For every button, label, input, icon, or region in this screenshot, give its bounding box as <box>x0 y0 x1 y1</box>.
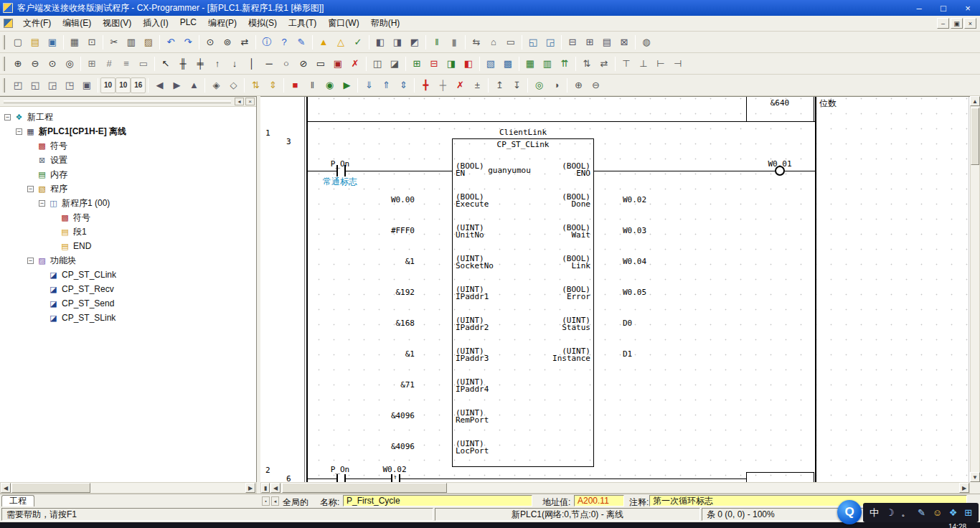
symbol-name-field[interactable]: P_First_Cycle <box>343 495 532 506</box>
fb-instance-icon[interactable]: ◪ <box>386 56 403 72</box>
tree-item-section-1[interactable]: ▤段1 <box>0 225 256 239</box>
insert-column-icon[interactable]: ◨ <box>443 56 460 72</box>
compile-icon[interactable]: ▲ <box>315 34 332 50</box>
menu-item-program[interactable]: 编程(P) <box>202 15 242 32</box>
ime-emoji-icon[interactable]: ☺ <box>933 508 942 517</box>
view-mnemonic-icon[interactable]: ◱ <box>27 77 44 93</box>
zoom-100-icon[interactable]: ◎ <box>61 56 78 72</box>
differential-up-icon[interactable]: ↥ <box>491 77 508 93</box>
zoom-in-icon[interactable]: ⊕ <box>9 56 27 72</box>
tree-item-program-1[interactable]: −◫新程序1 (00) <box>0 196 256 210</box>
force-on-icon[interactable]: ╋ <box>417 77 434 93</box>
new-file-icon[interactable]: ▢ <box>9 34 27 50</box>
symbol-address-field[interactable]: A200.11 <box>574 495 624 506</box>
print-preview-icon[interactable]: ⊡ <box>83 34 100 50</box>
zoom-out-secondary-icon[interactable]: ⊖ <box>587 77 604 93</box>
minimize-button[interactable]: – <box>907 0 931 16</box>
cascade-window-icon[interactable]: ◨ <box>389 34 406 50</box>
coil-open-icon[interactable]: ○ <box>278 56 295 72</box>
align-left-icon[interactable]: ⊢ <box>652 56 669 72</box>
program-mode-icon[interactable]: ■ <box>286 77 303 93</box>
go-previous-icon[interactable]: ◀ <box>151 77 168 93</box>
debug-mode-icon[interactable]: ‖ <box>303 77 321 93</box>
select-tool-icon[interactable]: ↖ <box>157 56 174 72</box>
hscroll-right-button[interactable]: ▶ <box>959 483 969 493</box>
tree-item-plc[interactable]: −▦新PLC1[CP1H-E] 离线 <box>0 124 256 138</box>
operand-value[interactable]: W0.00 <box>364 196 415 204</box>
options-icon[interactable]: ◍ <box>638 34 655 50</box>
hscroll-thumb[interactable] <box>282 483 447 493</box>
cut-icon[interactable]: ✂ <box>105 34 123 50</box>
operand-value[interactable]: D0 <box>623 319 632 328</box>
vertical-line-icon[interactable]: │ <box>243 56 260 72</box>
operand-value[interactable]: &192 <box>364 288 415 297</box>
view-symbols-icon[interactable]: ◲ <box>44 77 61 93</box>
tree-expander-icon[interactable]: − <box>27 258 34 264</box>
view-section-list-icon[interactable]: ◳ <box>61 77 78 93</box>
horizontal-line-icon[interactable]: ─ <box>260 56 278 72</box>
format-decimal-icon[interactable]: 10 <box>100 77 116 93</box>
tree-hscroll-left-button[interactable]: ◀ <box>1 483 11 493</box>
ladder-canvas[interactable]: &640位数P_On常通标志ClientLinkCP_ST_CLinkguany… <box>305 97 970 483</box>
set-value-icon[interactable]: ± <box>468 77 486 93</box>
insert-row-icon[interactable]: ⊞ <box>408 56 425 72</box>
tree-item-new-project[interactable]: −❖新工程 <box>0 110 256 124</box>
contact-rising-icon[interactable]: ↑ <box>209 56 226 72</box>
tab-project[interactable]: 工程 <box>1 495 34 507</box>
align-right-icon[interactable]: ⊣ <box>669 56 687 72</box>
menu-item-insert[interactable]: 插入(I) <box>137 15 174 32</box>
context-help-icon[interactable]: ✎ <box>293 34 310 50</box>
tree-item-memory[interactable]: ▤内存 <box>0 167 256 182</box>
align-bottom-icon[interactable]: ⊥ <box>635 56 652 72</box>
menu-item-file[interactable]: 文件(F) <box>17 15 57 32</box>
symbol-bar-prev[interactable]: ◂ <box>271 496 279 506</box>
menu-item-tools[interactable]: 工具(T) <box>283 15 322 32</box>
zoom-out-icon[interactable]: ⊖ <box>27 56 44 72</box>
delete-column-icon[interactable]: ◧ <box>460 56 477 72</box>
tree-item-fb-recv[interactable]: ◪CP_ST_Recv <box>0 282 256 296</box>
monitor-data-icon[interactable]: ▦ <box>522 56 539 72</box>
operand-value[interactable]: D1 <box>623 350 632 359</box>
mdi-restore-button[interactable]: ▣ <box>951 18 963 29</box>
view-ladder-icon[interactable]: ◰ <box>9 77 27 93</box>
vscroll-down-button[interactable]: ▼ <box>970 472 980 482</box>
tree-item-program-symbols[interactable]: ▩符号 <box>0 210 256 225</box>
change-all-icon[interactable]: ⇄ <box>236 34 253 50</box>
copy-icon[interactable]: ▥ <box>123 34 140 50</box>
address-reference-icon[interactable]: ⌂ <box>485 34 502 50</box>
contact-closed-icon[interactable]: ╪ <box>192 56 209 72</box>
compare-program-icon[interactable]: ⇅ <box>578 56 595 72</box>
tile-vertical-icon[interactable]: ⊞ <box>581 34 598 50</box>
close-button[interactable]: × <box>956 0 980 16</box>
monitor-resume-icon[interactable]: ▮ <box>446 34 463 50</box>
run-mode-icon[interactable]: ▶ <box>338 77 355 93</box>
compare-with-plc-icon[interactable]: ⇕ <box>395 77 412 93</box>
show-comments-icon[interactable]: ≡ <box>118 56 135 72</box>
differential-monitor-icon[interactable]: ⇈ <box>556 56 573 72</box>
force-cancel-icon[interactable]: ✗ <box>451 77 468 93</box>
block-select-icon[interactable]: ▧ <box>482 56 499 72</box>
tile-horizontal-icon[interactable]: ⊟ <box>564 34 581 50</box>
open-file-icon[interactable]: ▤ <box>27 34 44 50</box>
tree-item-programs[interactable]: −▧程序 <box>0 182 256 196</box>
operand-value[interactable]: &4096 <box>364 443 415 451</box>
show-symbol-bar-icon[interactable]: ▭ <box>135 56 152 72</box>
arrange-icons-icon[interactable]: ▤ <box>598 34 616 50</box>
block-comment-icon[interactable]: ▩ <box>499 56 517 72</box>
contact-operand[interactable]: P_On <box>319 466 362 474</box>
paste-icon[interactable]: ▨ <box>140 34 157 50</box>
operand-value[interactable]: &640 <box>746 99 814 108</box>
tree-expander-icon[interactable]: − <box>39 200 45 207</box>
menu-item-simulate[interactable]: 模拟(S) <box>242 15 283 32</box>
tree-item-fb-send[interactable]: ◪CP_ST_Send <box>0 296 256 311</box>
menu-item-help[interactable]: 帮助(H) <box>365 15 406 32</box>
operand-value[interactable]: W0.04 <box>623 258 646 266</box>
tree-expander-icon[interactable]: − <box>27 186 34 192</box>
watch-add-icon[interactable]: ◎ <box>530 77 547 93</box>
menu-item-view[interactable]: 视图(V) <box>97 15 137 32</box>
io-comment-icon[interactable]: ▭ <box>502 34 519 50</box>
find-replace-icon[interactable]: ⊚ <box>219 34 236 50</box>
monitor-hex-icon[interactable]: ▥ <box>539 56 556 72</box>
contact-open-icon[interactable]: ╫ <box>174 56 192 72</box>
maximize-button[interactable]: □ <box>931 0 956 16</box>
